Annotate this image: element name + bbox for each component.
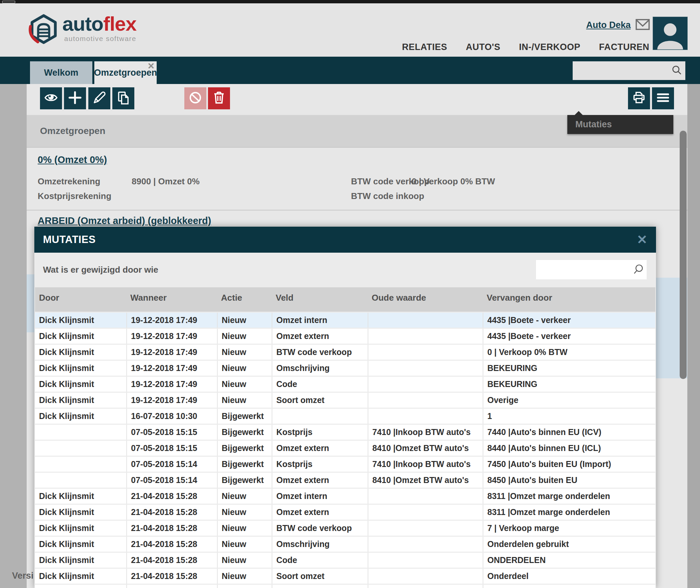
column-header-door: Door xyxy=(35,287,126,312)
print-button[interactable] xyxy=(628,87,650,109)
table-cell: Dick Klijnsmit xyxy=(35,489,126,504)
table-row[interactable]: Dick Klijnsmit21-04-2018 15:28NieuwBTW c… xyxy=(35,521,655,536)
delete-button[interactable] xyxy=(208,87,230,109)
page-left-margin xyxy=(0,84,27,588)
table-cell: ONDERDELEN xyxy=(483,553,655,568)
table-cell xyxy=(368,585,483,588)
tab-close-icon[interactable]: ✕ xyxy=(147,61,155,71)
modal-close-icon[interactable]: ✕ xyxy=(637,233,647,246)
table-row[interactable]: Dick Klijnsmit19-12-2018 17:49NieuwSoort… xyxy=(35,393,655,408)
mutaties-search-input[interactable] xyxy=(540,265,633,275)
table-cell: Nieuw xyxy=(217,521,272,536)
hamburger-icon xyxy=(656,90,670,106)
menu-button[interactable] xyxy=(652,87,674,109)
table-row-empty xyxy=(35,585,655,588)
tab-welkom-label: Welkom xyxy=(44,68,78,78)
add-button[interactable] xyxy=(64,87,86,109)
table-cell: Soort omzet xyxy=(272,569,368,584)
table-cell: 19-12-2018 17:49 xyxy=(126,361,217,376)
global-search-input[interactable] xyxy=(577,66,671,76)
omzetgroep-0-link[interactable]: 0% (Omzet 0%) xyxy=(38,154,107,165)
nav-item-facturen[interactable]: FACTUREN xyxy=(599,42,649,52)
table-row[interactable]: Dick Klijnsmit21-04-2018 15:28NieuwOmzet… xyxy=(35,505,655,520)
tab-welkom[interactable]: Welkom xyxy=(30,61,92,84)
table-row[interactable]: Dick Klijnsmit19-12-2018 17:49NieuwOmzet… xyxy=(35,329,655,344)
table-cell: Omzet extern xyxy=(272,473,368,488)
autoflex-logo-text: autoflex automotive software xyxy=(62,14,136,43)
table-cell xyxy=(35,585,126,588)
mutaties-tooltip-label: Mutaties xyxy=(575,119,612,130)
column-header-actie: Actie xyxy=(217,287,272,312)
table-cell: 4435 |Boete - verkeer xyxy=(483,313,655,328)
view-button[interactable] xyxy=(40,87,62,109)
vertical-scrollbar[interactable] xyxy=(680,131,687,379)
autoflex-logo[interactable]: autoflex automotive software xyxy=(28,14,136,48)
table-cell: Nieuw xyxy=(217,553,272,568)
selected-group-highlight-left xyxy=(27,274,35,332)
table-cell: Nieuw xyxy=(217,569,272,584)
tab-bar: Welkom Omzetgroepen ✕ xyxy=(0,57,700,84)
table-row[interactable]: Dick Klijnsmit19-12-2018 17:49NieuwBTW c… xyxy=(35,345,655,360)
edit-button[interactable] xyxy=(88,87,110,109)
user-link[interactable]: Auto Deka xyxy=(586,20,631,30)
table-cell xyxy=(35,457,126,472)
table-row[interactable]: Dick Klijnsmit21-04-2018 15:28NieuwCodeO… xyxy=(35,553,655,568)
search-icon[interactable] xyxy=(633,263,644,276)
table-row[interactable]: 07-05-2018 15:15BijgewerktKostprijs7410 … xyxy=(35,425,655,440)
avatar[interactable] xyxy=(653,17,688,50)
table-cell: Dick Klijnsmit xyxy=(35,409,126,424)
mutaties-modal-title: MUTATIES xyxy=(43,234,96,246)
table-cell: 21-04-2018 15:28 xyxy=(126,505,217,520)
table-cell: Dick Klijnsmit xyxy=(35,377,126,392)
mutations-table-body: Dick Klijnsmit19-12-2018 17:49NieuwOmzet… xyxy=(35,313,655,588)
table-cell: Dick Klijnsmit xyxy=(35,569,126,584)
table-cell: 7410 |Inkoop BTW auto's xyxy=(368,425,483,440)
table-cell: Nieuw xyxy=(217,329,272,344)
search-icon[interactable] xyxy=(671,65,682,77)
nav-item-relaties[interactable]: RELATIES xyxy=(402,42,447,52)
logo-word-auto: auto xyxy=(62,13,103,35)
table-row[interactable]: Dick Klijnsmit19-12-2018 17:49NieuwCodeB… xyxy=(35,377,655,392)
table-cell: Kostprijs xyxy=(272,425,368,440)
nav-item-inverkoop[interactable]: IN-/VERKOOP xyxy=(519,42,580,52)
tab-omzetgroepen[interactable]: Omzetgroepen ✕ xyxy=(94,61,157,84)
mutaties-tooltip: Mutaties xyxy=(567,115,673,134)
table-cell: 7450 |Auto's buiten EU (Import) xyxy=(483,457,655,472)
table-cell: Bijgewerkt xyxy=(217,473,272,488)
table-cell xyxy=(368,489,483,504)
table-cell xyxy=(368,537,483,552)
table-cell: Omzet extern xyxy=(272,441,368,456)
table-row[interactable]: Dick Klijnsmit16-07-2018 10:30Bijgewerkt… xyxy=(35,409,655,424)
table-cell: 21-04-2018 15:28 xyxy=(126,553,217,568)
table-cell: Omzet extern xyxy=(272,329,368,344)
mail-icon[interactable] xyxy=(635,18,650,32)
eye-icon xyxy=(44,91,58,106)
table-cell: Dick Klijnsmit xyxy=(35,313,126,328)
table-row[interactable]: Dick Klijnsmit21-04-2018 15:28NieuwSoort… xyxy=(35,569,655,584)
logo-subtitle: automotive software xyxy=(62,35,136,43)
table-row[interactable]: Dick Klijnsmit21-04-2018 15:28NieuwOmzet… xyxy=(35,489,655,504)
table-row[interactable]: 07-05-2018 15:15BijgewerktOmzet extern84… xyxy=(35,441,655,456)
table-cell: Dick Klijnsmit xyxy=(35,521,126,536)
table-row[interactable]: Dick Klijnsmit21-04-2018 15:28NieuwOmsch… xyxy=(35,537,655,552)
table-cell: Soort omzet xyxy=(272,393,368,408)
table-cell: 21-04-2018 15:28 xyxy=(126,521,217,536)
nav-item-autos[interactable]: AUTO'S xyxy=(466,42,500,52)
table-cell: 21-04-2018 15:28 xyxy=(126,489,217,504)
table-row[interactable]: 07-05-2018 15:14BijgewerktKostprijs7410 … xyxy=(35,457,655,472)
table-cell xyxy=(35,441,126,456)
block-button[interactable] xyxy=(184,87,206,109)
table-cell: Nieuw xyxy=(217,313,272,328)
table-cell: Nieuw xyxy=(217,345,272,360)
window-top-edge xyxy=(0,0,700,3)
copy-button[interactable] xyxy=(112,87,134,109)
table-row[interactable]: 07-05-2018 15:14BijgewerktOmzet extern84… xyxy=(35,473,655,488)
table-row[interactable]: Dick Klijnsmit19-12-2018 17:49NieuwOmsch… xyxy=(35,361,655,376)
table-cell: 19-12-2018 17:49 xyxy=(126,393,217,408)
table-cell xyxy=(368,553,483,568)
table-row[interactable]: Dick Klijnsmit19-12-2018 17:49NieuwOmzet… xyxy=(35,313,655,328)
table-cell: 21-04-2018 15:28 xyxy=(126,537,217,552)
omzetgroep-arbeid-link[interactable]: ARBEID (Omzet arbeid) (geblokkeerd) xyxy=(38,215,211,226)
table-cell: BTW code verkoop xyxy=(272,521,368,536)
field-value-btw-verkoop: 0 | Verkoop 0% BTW xyxy=(412,176,495,187)
